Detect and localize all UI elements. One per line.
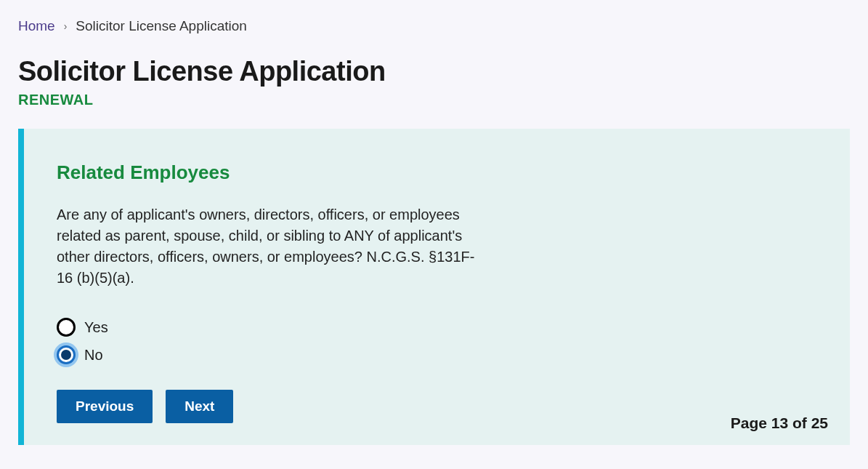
radio-label-no: No <box>84 347 103 364</box>
breadcrumb-current: Solicitor License Application <box>76 18 247 34</box>
radio-group-related-employees: Yes No <box>57 318 817 364</box>
question-text: Are any of applicant's owners, directors… <box>57 204 485 289</box>
radio-option-yes[interactable]: Yes <box>57 318 817 337</box>
form-panel: Related Employees Are any of applicant's… <box>18 129 850 445</box>
page-title: Solicitor License Application <box>18 56 850 87</box>
chevron-right-icon: › <box>64 20 68 32</box>
page-indicator: Page 13 of 25 <box>731 414 828 432</box>
breadcrumb: Home › Solicitor License Application <box>18 18 850 34</box>
breadcrumb-home-link[interactable]: Home <box>18 18 55 34</box>
radio-label-yes: Yes <box>84 319 108 336</box>
radio-option-no[interactable]: No <box>57 345 817 364</box>
radio-icon <box>57 318 76 337</box>
previous-button[interactable]: Previous <box>57 390 153 423</box>
radio-icon <box>57 345 76 364</box>
next-button[interactable]: Next <box>166 390 233 423</box>
page-subtitle: RENEWAL <box>18 92 850 108</box>
section-title: Related Employees <box>57 161 817 184</box>
button-row: Previous Next <box>57 390 817 423</box>
